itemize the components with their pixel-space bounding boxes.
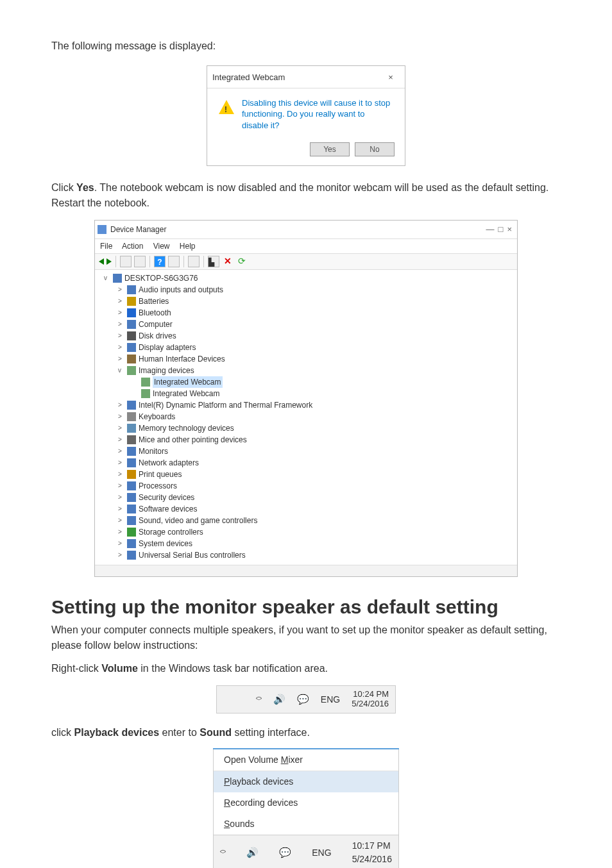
device-category-icon — [127, 297, 136, 306]
chevron-icon: > — [118, 550, 124, 560]
intro-text-1: The following message is displayed: — [51, 38, 561, 54]
tree-item[interactable]: >Computer — [99, 319, 513, 330]
volume-context-menu: Open Volume Mixer Playback devices Recor… — [213, 749, 399, 835]
tree-item[interactable]: >Mice and other pointing devices — [99, 434, 513, 446]
tree-item[interactable]: >Processors — [99, 480, 513, 492]
language-indicator[interactable]: ENG — [321, 693, 340, 706]
tree-item[interactable]: >Display adapters — [99, 342, 513, 353]
device-tree: v DESKTOP-S6G3G76 >Audio inputs and outp… — [95, 270, 517, 565]
toolbar-button-1-icon[interactable] — [120, 256, 132, 267]
tree-child-item[interactable]: Integrated Webcam — [99, 388, 513, 399]
tree-item[interactable]: >Universal Serial Bus controllers — [99, 549, 513, 561]
tree-item-label: Display adapters — [139, 342, 196, 353]
tree-item[interactable]: >Software devices — [99, 503, 513, 515]
tree-item-label: Computer — [139, 319, 173, 330]
chevron-icon: > — [118, 342, 124, 352]
menu-item-playback-devices[interactable]: Playback devices — [214, 771, 398, 792]
dialog-titlebar: Integrated Webcam × — [207, 66, 405, 88]
tree-item[interactable]: >Audio inputs and outputs — [99, 284, 513, 296]
toolbar-forward-icon[interactable] — [106, 258, 112, 265]
tree-item-label: Storage controllers — [139, 526, 203, 538]
intro-text-2-bold: Yes — [76, 182, 94, 193]
device-category-icon — [127, 366, 136, 375]
toolbar-button-5-icon[interactable]: ▙ — [208, 256, 219, 267]
toolbar-button-3-icon[interactable] — [168, 256, 180, 267]
device-manager-statusbar — [95, 565, 517, 576]
device-category-icon — [127, 331, 136, 340]
tree-item[interactable]: >Storage controllers — [99, 526, 513, 538]
wifi-icon[interactable]: ⌔ — [220, 846, 226, 860]
device-manager-menubar: File Action View Help — [95, 239, 517, 254]
webcam-icon — [141, 378, 150, 387]
tree-item-label: Universal Serial Bus controllers — [139, 549, 246, 561]
intro-text-2a: Click — [51, 182, 76, 193]
volume-icon[interactable]: 🔊 — [246, 846, 259, 860]
language-indicator[interactable]: ENG — [312, 846, 331, 860]
tree-item[interactable]: >Memory technology devices — [99, 422, 513, 434]
toolbar-back-icon[interactable] — [99, 258, 104, 265]
toolbar-refresh-icon[interactable]: ⟳ — [236, 256, 248, 267]
warning-icon — [219, 100, 234, 114]
taskbar-clock[interactable]: 10:17 PM 5/24/2016 — [352, 839, 392, 866]
tree-item[interactable]: >Print queues — [99, 469, 513, 480]
intro-text-2b: . The notebook webcam is now disabled an… — [51, 182, 548, 208]
menu-file[interactable]: File — [100, 242, 112, 251]
toolbar-button-2-icon[interactable] — [134, 256, 146, 267]
tree-item[interactable]: >Disk drives — [99, 330, 513, 342]
device-category-icon — [127, 435, 136, 444]
toolbar-disable-icon[interactable]: ✕ — [222, 256, 234, 267]
notification-icon[interactable]: 💬 — [279, 846, 291, 860]
tree-item-label: Imaging devices — [139, 365, 194, 376]
device-manager-app-icon — [98, 225, 106, 234]
tree-child-item[interactable]: Integrated Webcam — [99, 376, 513, 388]
device-category-icon — [127, 424, 136, 433]
tree-item[interactable]: >Sound, video and game controllers — [99, 515, 513, 526]
toolbar-button-4-icon[interactable] — [188, 256, 200, 267]
menu-view[interactable]: View — [153, 242, 170, 251]
toolbar-help-icon[interactable]: ? — [154, 256, 166, 267]
tree-item-label: Keyboards — [139, 411, 175, 422]
taskbar-tray-2: ⌔ 🔊 💬 ENG 10:17 PM 5/24/2016 — [213, 835, 399, 868]
device-category-icon — [127, 458, 136, 467]
dialog-close-button[interactable]: × — [382, 71, 400, 84]
chevron-icon: > — [118, 319, 124, 329]
taskbar-clock[interactable]: 10:24 PM 5/24/2016 — [352, 690, 389, 709]
tree-item[interactable]: >System devices — [99, 538, 513, 549]
window-close-button[interactable]: × — [507, 223, 512, 236]
no-button[interactable]: No — [355, 142, 395, 156]
chevron-icon: > — [118, 492, 124, 502]
tree-item[interactable]: >Bluetooth — [99, 307, 513, 319]
device-category-icon — [127, 320, 136, 329]
tree-item[interactable]: >Security devices — [99, 492, 513, 503]
menu-item-recording-devices[interactable]: Recording devices — [214, 792, 398, 814]
menu-item-sounds[interactable]: Sounds — [214, 814, 398, 835]
window-minimize-button[interactable]: — — [486, 223, 495, 236]
tree-item[interactable]: >Monitors — [99, 446, 513, 457]
tree-item[interactable]: >Human Interface Devices — [99, 353, 513, 365]
tree-item[interactable]: >Keyboards — [99, 411, 513, 422]
device-category-icon — [127, 528, 136, 537]
tree-item-label: Mice and other pointing devices — [139, 434, 247, 446]
yes-button[interactable]: Yes — [310, 142, 350, 156]
intro-text-2: Click Yes. The notebook webcam is now di… — [51, 180, 561, 211]
wifi-icon[interactable]: ⌔ — [256, 692, 262, 707]
device-category-icon — [127, 355, 136, 363]
tree-item[interactable]: >Intel(R) Dynamic Platform and Thermal F… — [99, 399, 513, 411]
chevron-icon: > — [118, 354, 124, 363]
tree-root[interactable]: v DESKTOP-S6G3G76 — [99, 272, 513, 284]
menu-action[interactable]: Action — [122, 242, 143, 251]
chevron-icon: > — [118, 285, 124, 294]
menu-help[interactable]: Help — [180, 242, 196, 251]
menu-item-open-volume-mixer[interactable]: Open Volume Mixer — [214, 749, 398, 771]
chevron-icon: > — [118, 527, 124, 537]
window-maximize-button[interactable]: □ — [498, 223, 504, 236]
tree-item[interactable]: >Network adapters — [99, 457, 513, 469]
volume-icon[interactable]: 🔊 — [273, 692, 285, 707]
notification-icon[interactable]: 💬 — [297, 692, 309, 707]
tree-item-label: Print queues — [139, 469, 182, 480]
taskbar-tray: ⌔ 🔊 💬 ENG 10:24 PM 5/24/2016 — [216, 685, 396, 714]
tree-child-label: Integrated Webcam — [153, 388, 220, 399]
chevron-icon: > — [118, 515, 124, 525]
tree-item[interactable]: vImaging devices — [99, 365, 513, 376]
tree-item[interactable]: >Batteries — [99, 296, 513, 307]
